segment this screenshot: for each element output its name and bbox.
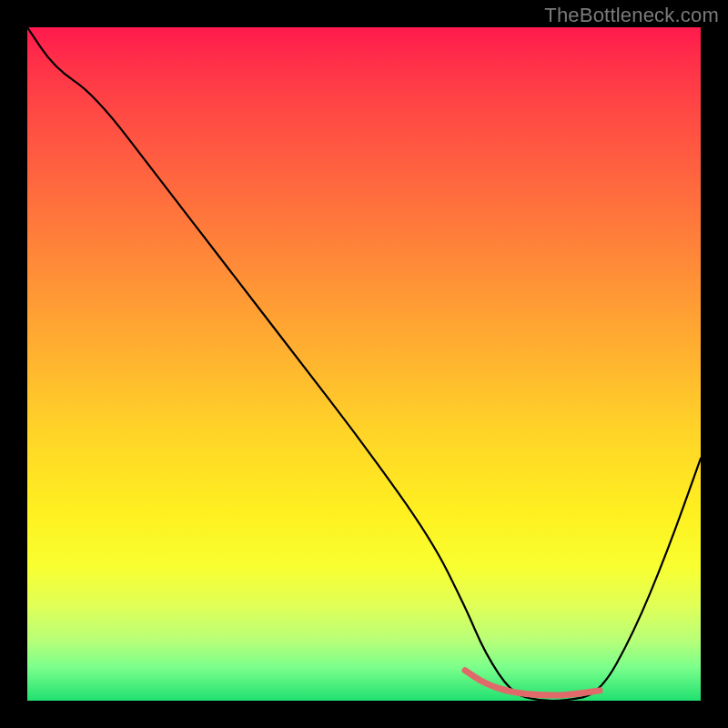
accent-curve bbox=[465, 671, 600, 695]
curve-svg bbox=[27, 27, 701, 701]
attribution-text: TheBottleneck.com bbox=[544, 4, 719, 27]
plot-area bbox=[27, 27, 701, 701]
main-curve bbox=[27, 27, 701, 701]
chart-container: TheBottleneck.com bbox=[0, 0, 728, 728]
